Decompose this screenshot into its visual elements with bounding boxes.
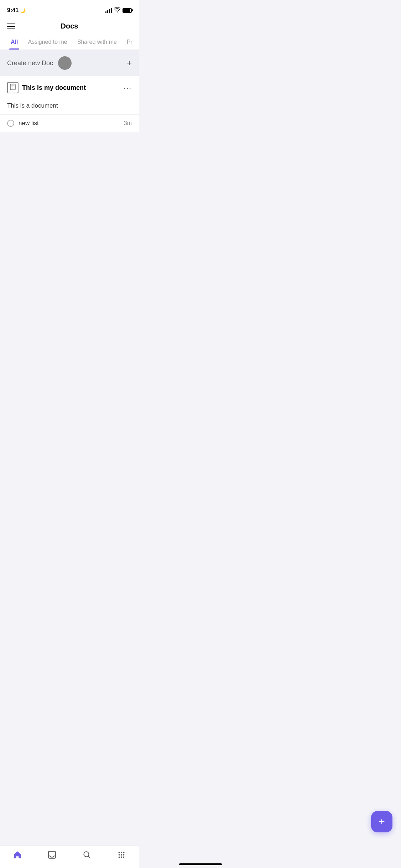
list-item-checkbox[interactable] [7,120,14,127]
menu-button[interactable] [7,24,15,29]
status-icons [105,7,132,14]
page-title: Docs [61,22,78,30]
document-card: This is my document ··· This is a docume… [0,76,139,132]
tab-assigned[interactable]: Assigned to me [23,35,72,50]
signal-icon [105,8,112,13]
create-doc-row[interactable]: Create new Doc + [0,50,139,76]
moon-icon: 🌙 [20,8,26,13]
doc-icon [7,82,19,93]
status-bar: 9:41 🌙 [0,0,139,18]
doc-title-row: This is my document [7,82,86,93]
tab-private[interactable]: Pr [122,35,137,50]
list-item-time: 3m [124,120,132,126]
doc-card-header: This is my document ··· [0,76,139,97]
status-time: 9:41 [7,7,19,14]
battery-icon [123,8,132,13]
doc-description: This is a document [0,97,139,115]
doc-title: This is my document [22,84,86,92]
tab-shared[interactable]: Shared with me [72,35,122,50]
main-content [0,132,139,282]
create-doc-label: Create new Doc [7,60,53,67]
list-item-name: new list [19,120,39,127]
tabs-bar: All Assigned to me Shared with me Pr [0,35,139,50]
doc-list-item[interactable]: new list 3m [0,115,139,132]
tab-all[interactable]: All [6,35,23,50]
wifi-icon [114,7,120,14]
avatar [58,56,72,70]
create-row-left: Create new Doc [7,56,72,70]
header: Docs [0,18,139,35]
create-plus-button[interactable]: + [127,59,132,67]
doc-more-button[interactable]: ··· [124,84,132,92]
